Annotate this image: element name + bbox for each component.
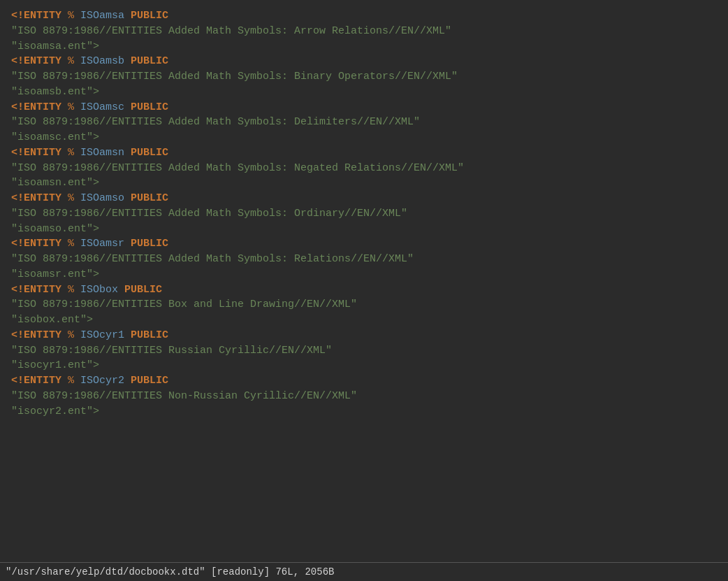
code-token-kw-percent: %	[68, 147, 74, 159]
code-token-kw-public: PUBLIC	[131, 10, 168, 22]
code-token-str-double: "ISO 8879:1986//ENTITIES Russian Cyrilli…	[11, 345, 332, 357]
code-token-kw-entity: <!ENTITY	[11, 55, 61, 67]
code-token-kw-percent: %	[68, 10, 74, 22]
code-token-kw-entity: <!ENTITY	[11, 329, 61, 341]
code-token-kw-public: PUBLIC	[131, 147, 168, 159]
code-line: "isoamsb.ent">	[11, 85, 717, 100]
code-line: "isocyr2.ent">	[11, 404, 717, 419]
code-line: <!ENTITY % ISOamsn PUBLIC	[11, 145, 717, 161]
code-line: <!ENTITY % ISOamsa PUBLIC	[11, 8, 717, 24]
status-text: "/usr/share/yelp/dtd/docbookx.dtd" [read…	[6, 566, 334, 578]
code-line: <!ENTITY % ISOcyr1 PUBLIC	[11, 328, 717, 343]
code-token-str-attr: "isoamsc.ent">	[11, 131, 99, 143]
code-token-kw-entity: <!ENTITY	[11, 238, 61, 250]
code-token-str-double: "ISO 8879:1986//ENTITIES Added Math Symb…	[11, 208, 407, 220]
code-token-str-double: "ISO 8879:1986//ENTITIES Added Math Symb…	[11, 162, 464, 174]
code-token-str-double: "ISO 8879:1986//ENTITIES Added Math Symb…	[11, 25, 451, 37]
code-token-kw-public: PUBLIC	[131, 238, 168, 250]
code-token-str-double: "ISO 8879:1986//ENTITIES Added Math Symb…	[11, 116, 420, 128]
code-line: <!ENTITY % ISOamsb PUBLIC	[11, 54, 717, 69]
code-token-kw-percent: %	[68, 284, 74, 296]
code-token-kw-entity: <!ENTITY	[11, 147, 61, 159]
code-token-kw-entity: <!ENTITY	[11, 284, 61, 296]
code-line: "isoamso.ent">	[11, 222, 717, 237]
code-line: "ISO 8879:1986//ENTITIES Added Math Symb…	[11, 69, 717, 85]
code-token-kw-entity: <!ENTITY	[11, 10, 61, 22]
code-token-kw-name: ISOamsb	[74, 55, 131, 67]
code-token-kw-public: PUBLIC	[131, 101, 168, 113]
code-line: "isoamsn.ent">	[11, 175, 717, 191]
code-token-str-attr: "isoamsa.ent">	[11, 41, 99, 52]
code-line: "ISO 8879:1986//ENTITIES Non-Russian Cyr…	[11, 389, 717, 404]
code-line: "ISO 8879:1986//ENTITIES Added Math Symb…	[11, 24, 717, 39]
code-line: "ISO 8879:1986//ENTITIES Added Math Symb…	[11, 206, 717, 222]
code-token	[61, 284, 68, 296]
code-token-str-double: "ISO 8879:1986//ENTITIES Added Math Symb…	[11, 71, 458, 83]
code-token-kw-percent: %	[68, 238, 74, 250]
code-line: <!ENTITY % ISOcyr2 PUBLIC	[11, 373, 717, 389]
code-editor: <!ENTITY % ISOamsa PUBLIC"ISO 8879:1986/…	[0, 6, 728, 422]
code-token-str-attr: "isoamsr.ent">	[11, 268, 99, 280]
code-line: "isocyr1.ent">	[11, 358, 717, 373]
code-token-str-attr: "isoamsb.ent">	[11, 86, 99, 98]
code-token-str-attr: "isocyr1.ent">	[11, 359, 99, 371]
code-line: "ISO 8879:1986//ENTITIES Box and Line Dr…	[11, 297, 717, 313]
code-line: "isoamsc.ent">	[11, 130, 717, 145]
code-token-kw-entity: <!ENTITY	[11, 192, 61, 204]
code-token-str-attr: "isobox.ent">	[11, 314, 93, 326]
code-token-kw-public: PUBLIC	[124, 284, 162, 296]
code-line: <!ENTITY % ISOamso PUBLIC	[11, 191, 717, 206]
code-token-kw-percent: %	[68, 55, 74, 67]
code-token	[61, 192, 68, 204]
code-token-str-attr: "isoamsn.ent">	[11, 177, 99, 189]
code-line: "ISO 8879:1986//ENTITIES Added Math Symb…	[11, 161, 717, 176]
code-line: <!ENTITY % ISOamsr PUBLIC	[11, 236, 717, 252]
code-token	[61, 375, 68, 387]
code-token	[61, 55, 68, 67]
code-token-kw-public: PUBLIC	[131, 55, 168, 67]
status-bar: "/usr/share/yelp/dtd/docbookx.dtd" [read…	[0, 562, 728, 581]
code-token-kw-name: ISOamsc	[74, 101, 131, 113]
code-line: "ISO 8879:1986//ENTITIES Russian Cyrilli…	[11, 343, 717, 359]
code-token-str-attr: "isocyr2.ent">	[11, 406, 99, 417]
code-line: "ISO 8879:1986//ENTITIES Added Math Symb…	[11, 115, 717, 130]
code-token-kw-entity: <!ENTITY	[11, 375, 61, 387]
code-token-kw-public: PUBLIC	[131, 329, 168, 341]
code-token-kw-percent: %	[68, 329, 74, 341]
code-token-kw-name: ISOamsa	[74, 10, 131, 22]
code-token-kw-name: ISOamso	[74, 192, 131, 204]
code-token	[61, 101, 68, 113]
code-token-kw-name: ISOcyr2	[74, 375, 131, 387]
code-line: "isoamsr.ent">	[11, 267, 717, 282]
code-token-kw-percent: %	[68, 192, 74, 204]
code-token-kw-public: PUBLIC	[131, 192, 168, 204]
code-line: "ISO 8879:1986//ENTITIES Added Math Symb…	[11, 252, 717, 267]
code-token	[61, 10, 68, 22]
code-token-kw-public: PUBLIC	[131, 375, 168, 387]
code-line: <!ENTITY % ISOamsc PUBLIC	[11, 100, 717, 115]
code-token	[61, 238, 68, 250]
code-token-kw-percent: %	[68, 101, 74, 113]
code-token	[61, 329, 68, 341]
code-token-kw-entity: <!ENTITY	[11, 101, 61, 113]
code-token-str-double: "ISO 8879:1986//ENTITIES Box and Line Dr…	[11, 299, 357, 310]
code-token-str-double: "ISO 8879:1986//ENTITIES Non-Russian Cyr…	[11, 390, 357, 402]
code-token-kw-name: ISObox	[74, 284, 124, 296]
code-token-kw-name: ISOcyr1	[74, 329, 131, 341]
code-line: "isoamsa.ent">	[11, 39, 717, 55]
code-line: <!ENTITY % ISObox PUBLIC	[11, 282, 717, 298]
code-line: "isobox.ent">	[11, 313, 717, 328]
code-token-kw-percent: %	[68, 375, 74, 387]
code-token	[61, 147, 68, 159]
code-token-kw-name: ISOamsn	[74, 147, 131, 159]
code-token-str-double: "ISO 8879:1986//ENTITIES Added Math Symb…	[11, 253, 414, 265]
code-token-str-attr: "isoamso.ent">	[11, 223, 99, 235]
code-token-kw-name: ISOamsr	[74, 238, 131, 250]
